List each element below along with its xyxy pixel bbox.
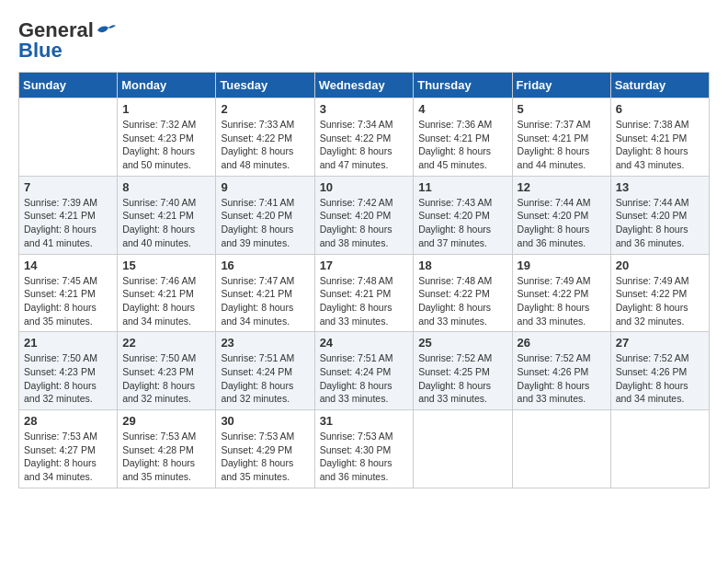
day-number: 22 — [122, 336, 210, 350]
day-number: 6 — [616, 102, 704, 116]
daylight-hours: Daylight: 8 hours and 33 minutes. — [320, 380, 392, 405]
day-info: Sunrise: 7:38 AM Sunset: 4:21 PM Dayligh… — [616, 118, 704, 172]
day-info: Sunrise: 7:32 AM Sunset: 4:23 PM Dayligh… — [122, 118, 210, 172]
day-info: Sunrise: 7:43 AM Sunset: 4:20 PM Dayligh… — [418, 196, 506, 250]
day-number: 25 — [418, 336, 506, 350]
day-number: 31 — [320, 414, 409, 428]
sunrise-time: Sunrise: 7:50 AM — [24, 352, 97, 363]
calendar-cell: 11 Sunrise: 7:43 AM Sunset: 4:20 PM Dayl… — [414, 176, 512, 254]
day-info: Sunrise: 7:49 AM Sunset: 4:22 PM Dayligh… — [518, 274, 606, 328]
sunrise-time: Sunrise: 7:41 AM — [221, 197, 294, 208]
calendar-cell: 22 Sunrise: 7:50 AM Sunset: 4:23 PM Dayl… — [118, 332, 216, 410]
sunset-time: Sunset: 4:21 PM — [418, 132, 490, 144]
calendar-cell: 20 Sunrise: 7:49 AM Sunset: 4:22 PM Dayl… — [610, 254, 709, 332]
daylight-hours: Daylight: 8 hours and 32 minutes. — [122, 380, 195, 405]
calendar-header-row: SundayMondayTuesdayWednesdayThursdayFrid… — [19, 73, 710, 98]
sunrise-time: Sunrise: 7:46 AM — [122, 275, 196, 286]
sunset-time: Sunset: 4:20 PM — [221, 210, 292, 221]
calendar-table: SundayMondayTuesdayWednesdayThursdayFrid… — [18, 72, 710, 488]
calendar-cell: 31 Sunrise: 7:53 AM Sunset: 4:30 PM Dayl… — [314, 410, 414, 488]
day-info: Sunrise: 7:37 AM Sunset: 4:21 PM Dayligh… — [518, 118, 606, 172]
day-info: Sunrise: 7:36 AM Sunset: 4:21 PM Dayligh… — [418, 118, 506, 172]
day-info: Sunrise: 7:51 AM Sunset: 4:24 PM Dayligh… — [221, 351, 309, 406]
sunset-time: Sunset: 4:26 PM — [518, 366, 589, 377]
day-number: 29 — [122, 414, 210, 428]
day-number: 21 — [24, 336, 112, 350]
sunset-time: Sunset: 4:23 PM — [122, 132, 194, 144]
sunset-time: Sunset: 4:20 PM — [320, 210, 392, 221]
sunset-time: Sunset: 4:21 PM — [24, 288, 96, 299]
sunset-time: Sunset: 4:20 PM — [418, 210, 490, 221]
sunset-time: Sunset: 4:28 PM — [122, 444, 194, 455]
day-info: Sunrise: 7:47 AM Sunset: 4:21 PM Dayligh… — [221, 274, 309, 328]
day-info: Sunrise: 7:34 AM Sunset: 4:22 PM Dayligh… — [320, 118, 409, 172]
sunset-time: Sunset: 4:22 PM — [320, 132, 392, 144]
weekday-header-saturday: Saturday — [610, 73, 709, 98]
day-number: 3 — [320, 102, 409, 116]
daylight-hours: Daylight: 8 hours and 37 minutes. — [418, 224, 491, 248]
sunrise-time: Sunrise: 7:53 AM — [24, 431, 97, 442]
calendar-cell: 24 Sunrise: 7:51 AM Sunset: 4:24 PM Dayl… — [314, 332, 414, 410]
day-info: Sunrise: 7:48 AM Sunset: 4:22 PM Dayligh… — [418, 274, 506, 328]
sunrise-time: Sunrise: 7:44 AM — [616, 197, 689, 208]
day-number: 14 — [24, 259, 112, 272]
daylight-hours: Daylight: 8 hours and 33 minutes. — [518, 380, 590, 405]
day-number: 16 — [221, 259, 309, 272]
sunset-time: Sunset: 4:21 PM — [221, 288, 292, 299]
daylight-hours: Daylight: 8 hours and 35 minutes. — [24, 302, 97, 327]
calendar-cell: 25 Sunrise: 7:52 AM Sunset: 4:25 PM Dayl… — [414, 332, 512, 410]
day-number: 7 — [24, 180, 112, 194]
sunrise-time: Sunrise: 7:36 AM — [418, 119, 492, 130]
calendar-cell: 2 Sunrise: 7:33 AM Sunset: 4:22 PM Dayli… — [216, 98, 314, 177]
calendar-cell: 8 Sunrise: 7:40 AM Sunset: 4:21 PM Dayli… — [118, 176, 216, 254]
daylight-hours: Daylight: 8 hours and 33 minutes. — [418, 302, 491, 327]
day-info: Sunrise: 7:46 AM Sunset: 4:21 PM Dayligh… — [122, 274, 210, 328]
sunrise-time: Sunrise: 7:33 AM — [221, 119, 294, 130]
day-info: Sunrise: 7:33 AM Sunset: 4:22 PM Dayligh… — [221, 118, 309, 172]
daylight-hours: Daylight: 8 hours and 38 minutes. — [320, 224, 392, 248]
sunset-time: Sunset: 4:30 PM — [320, 444, 392, 455]
weekday-header-sunday: Sunday — [19, 73, 118, 98]
calendar-cell: 7 Sunrise: 7:39 AM Sunset: 4:21 PM Dayli… — [19, 176, 118, 254]
weekday-header-monday: Monday — [118, 73, 216, 98]
daylight-hours: Daylight: 8 hours and 44 minutes. — [518, 145, 590, 170]
sunrise-time: Sunrise: 7:52 AM — [518, 352, 591, 363]
sunset-time: Sunset: 4:23 PM — [24, 366, 96, 377]
day-number: 17 — [320, 259, 409, 272]
sunrise-time: Sunrise: 7:49 AM — [518, 275, 591, 286]
sunrise-time: Sunrise: 7:40 AM — [122, 197, 196, 208]
weekday-header-wednesday: Wednesday — [314, 73, 414, 98]
day-info: Sunrise: 7:39 AM Sunset: 4:21 PM Dayligh… — [24, 196, 112, 250]
day-number: 18 — [418, 259, 506, 272]
sunset-time: Sunset: 4:21 PM — [518, 132, 589, 144]
calendar-cell: 9 Sunrise: 7:41 AM Sunset: 4:20 PM Dayli… — [216, 176, 314, 254]
day-number: 12 — [518, 180, 606, 194]
calendar-cell: 5 Sunrise: 7:37 AM Sunset: 4:21 PM Dayli… — [512, 98, 610, 177]
calendar-cell: 28 Sunrise: 7:53 AM Sunset: 4:27 PM Dayl… — [19, 410, 118, 488]
daylight-hours: Daylight: 8 hours and 41 minutes. — [24, 224, 97, 248]
calendar-week-row: 1 Sunrise: 7:32 AM Sunset: 4:23 PM Dayli… — [19, 98, 710, 177]
calendar-cell: 21 Sunrise: 7:50 AM Sunset: 4:23 PM Dayl… — [19, 332, 118, 410]
sunrise-time: Sunrise: 7:34 AM — [320, 119, 393, 130]
logo-bird-icon — [96, 23, 116, 38]
sunrise-time: Sunrise: 7:51 AM — [221, 352, 294, 363]
calendar-cell — [414, 410, 512, 488]
calendar-cell: 13 Sunrise: 7:44 AM Sunset: 4:20 PM Dayl… — [610, 176, 709, 254]
calendar-cell: 4 Sunrise: 7:36 AM Sunset: 4:21 PM Dayli… — [414, 98, 512, 177]
calendar-cell: 17 Sunrise: 7:48 AM Sunset: 4:21 PM Dayl… — [314, 254, 414, 332]
day-number: 8 — [122, 180, 210, 194]
day-number: 23 — [221, 336, 309, 350]
day-info: Sunrise: 7:41 AM Sunset: 4:20 PM Dayligh… — [221, 196, 309, 250]
calendar-cell — [19, 98, 118, 177]
daylight-hours: Daylight: 8 hours and 39 minutes. — [221, 224, 293, 248]
sunrise-time: Sunrise: 7:53 AM — [122, 431, 196, 442]
sunset-time: Sunset: 4:21 PM — [24, 210, 96, 221]
daylight-hours: Daylight: 8 hours and 34 minutes. — [122, 302, 195, 327]
day-number: 28 — [24, 414, 112, 428]
day-info: Sunrise: 7:51 AM Sunset: 4:24 PM Dayligh… — [320, 351, 409, 406]
day-info: Sunrise: 7:53 AM Sunset: 4:30 PM Dayligh… — [320, 430, 409, 484]
daylight-hours: Daylight: 8 hours and 34 minutes. — [24, 457, 97, 482]
daylight-hours: Daylight: 8 hours and 32 minutes. — [616, 302, 688, 327]
daylight-hours: Daylight: 8 hours and 33 minutes. — [518, 302, 590, 327]
day-info: Sunrise: 7:48 AM Sunset: 4:21 PM Dayligh… — [320, 274, 409, 328]
